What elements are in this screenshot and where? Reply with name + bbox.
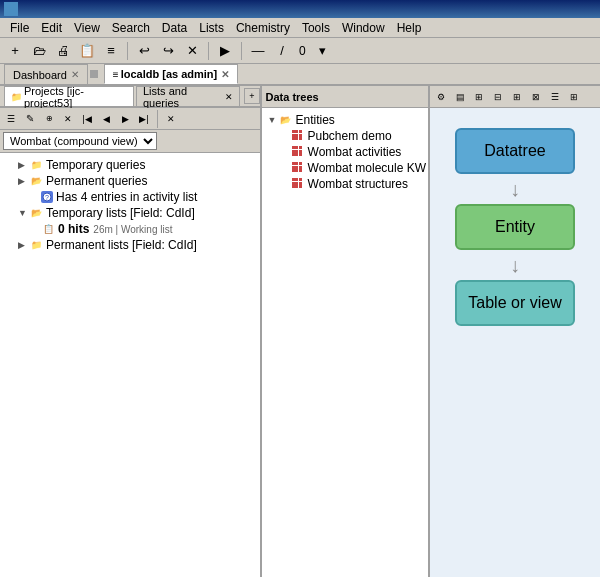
dashboard-panel: ⚙ ▤ ⊞ ⊟ ⊞ ⊠ ☰ ⊞ Datatree ↓ Entity ↓ Tabl… — [430, 86, 600, 577]
spacer-1 — [30, 192, 40, 202]
main-toolbar: + 🗁 🖨 📋 ≡ ↩ ↪ ✕ ▶ — / 0 ▾ — [0, 38, 600, 64]
copy-button[interactable]: 📋 — [76, 41, 98, 61]
main-tab-bar: Dashboard ✕ ≡ localdb [as admin] ✕ — [0, 64, 600, 86]
menu-window[interactable]: Window — [336, 20, 391, 36]
menu-file[interactable]: File — [4, 20, 35, 36]
run-button[interactable]: ▶ — [214, 41, 236, 61]
tree-entities[interactable]: ▼ 📂 Entities — [264, 112, 426, 128]
menu-lists[interactable]: Lists — [193, 20, 230, 36]
menu-view[interactable]: View — [68, 20, 106, 36]
toolbar-icon-1[interactable]: ☰ — [2, 110, 20, 128]
slash-button[interactable]: / — [271, 41, 293, 61]
undo-button[interactable]: ↩ — [133, 41, 155, 61]
menu-search[interactable]: Search — [106, 20, 156, 36]
dashboard-toolbar: ⚙ ▤ ⊞ ⊟ ⊞ ⊠ ☰ ⊞ — [430, 86, 600, 108]
new-tab-button[interactable] — [90, 70, 98, 78]
entities-label: Entities — [296, 113, 335, 127]
menu-help[interactable]: Help — [391, 20, 428, 36]
perm-queries-label: Permanent queries — [46, 174, 147, 188]
tab-localdb[interactable]: ≡ localdb [as admin] ✕ — [104, 64, 238, 84]
menu-edit[interactable]: Edit — [35, 20, 68, 36]
wombat-molecule-label: Wombat molecule KW — [308, 161, 426, 175]
dash-btn-1[interactable]: ⚙ — [432, 88, 450, 106]
entities-expand: ▼ — [268, 115, 278, 125]
toolbar-icon-7[interactable]: ▶ — [116, 110, 134, 128]
arrow-2: ↓ — [510, 250, 520, 280]
data-trees-header: Data trees — [262, 86, 428, 108]
flow-entity[interactable]: Entity — [455, 204, 575, 250]
flow-tableview[interactable]: Table or view — [455, 280, 575, 326]
tree-pubchem[interactable]: Pubchem demo — [264, 128, 426, 144]
toolbar-icon-6[interactable]: ◀ — [97, 110, 115, 128]
pubchem-label: Pubchem demo — [308, 129, 392, 143]
folder-open-icon: 📂 — [29, 174, 43, 188]
dropdown-arrow[interactable]: ▾ — [312, 41, 334, 61]
wombat-molecule-grid-icon — [291, 161, 305, 175]
folder-open-icon-2: 📂 — [29, 206, 43, 220]
dash-btn-3[interactable]: ⊞ — [470, 88, 488, 106]
minus-button[interactable]: — — [247, 41, 269, 61]
open-button[interactable]: 🗁 — [28, 41, 50, 61]
tree-wombat-activities[interactable]: Wombat activities — [264, 144, 426, 160]
panel-sep — [157, 110, 158, 128]
spacer-wm — [280, 163, 290, 173]
stop-button[interactable]: ✕ — [181, 41, 203, 61]
tab-dashboard[interactable]: Dashboard ✕ — [4, 64, 88, 84]
menu-chemistry[interactable]: Chemistry — [230, 20, 296, 36]
tab-projects[interactable]: 📁 Projects [ijc-project53] — [4, 86, 134, 106]
temp-queries-label: Temporary queries — [46, 158, 145, 172]
app-icon — [4, 2, 18, 16]
close-lists-tab[interactable]: ✕ — [225, 92, 233, 102]
menu-tools[interactable]: Tools — [296, 20, 336, 36]
four-entries-label: Has 4 entries in activity list — [56, 190, 197, 204]
dash-btn-6[interactable]: ⊠ — [527, 88, 545, 106]
tree-wombat-structures[interactable]: Wombat structures — [264, 176, 426, 192]
dash-btn-7[interactable]: ☰ — [546, 88, 564, 106]
perm-lists-label: Permanent lists [Field: CdId] — [46, 238, 197, 252]
tab-lists-queries[interactable]: Lists and queries ✕ — [136, 86, 240, 106]
left-panel-toolbar: ☰ ✎ ⊕ ✕ |◀ ◀ ▶ ▶| ✕ — [0, 108, 260, 130]
toolbar-icon-5[interactable]: |◀ — [78, 110, 96, 128]
tree-item-perm-queries[interactable]: ▶ 📂 Permanent queries — [2, 173, 258, 189]
tree-wombat-molecule[interactable]: Wombat molecule KW — [264, 160, 426, 176]
tree-item-0hits[interactable]: 📋 0 hits 26m | Working list — [2, 221, 258, 237]
folder-icon-2: 📁 — [29, 238, 43, 252]
localdb-tab-label: localdb [as admin] — [121, 68, 218, 80]
project-dropdown-container: Wombat (compound view) — [0, 130, 260, 153]
toolbar-icon-3[interactable]: ⊕ — [40, 110, 58, 128]
toolbar-icon-2[interactable]: ✎ — [21, 110, 39, 128]
close-dashboard-tab[interactable]: ✕ — [71, 69, 79, 80]
expand-icon: ▶ — [18, 160, 28, 170]
dash-btn-2[interactable]: ▤ — [451, 88, 469, 106]
project-tree: ▶ 📁 Temporary queries ▶ 📂 Permanent quer… — [0, 153, 260, 577]
count-display: 0 — [295, 44, 310, 58]
temp-lists-label: Temporary lists [Field: CdId] — [46, 206, 195, 220]
expand-icon-3: ▼ — [18, 208, 28, 218]
lists-queries-label: Lists and queries — [143, 85, 222, 109]
new-button[interactable]: + — [4, 41, 26, 61]
folder-icon: 📁 — [29, 158, 43, 172]
toolbar-icon-4[interactable]: ✕ — [59, 110, 77, 128]
toolbar-icon-9[interactable]: ✕ — [162, 110, 180, 128]
pubchem-grid-icon — [291, 129, 305, 143]
flow-datatree[interactable]: Datatree — [455, 128, 575, 174]
project-dropdown[interactable]: Wombat (compound view) — [3, 132, 157, 150]
dash-btn-5[interactable]: ⊞ — [508, 88, 526, 106]
tree-item-temp-lists[interactable]: ▼ 📂 Temporary lists [Field: CdId] — [2, 205, 258, 221]
right-area: Data trees ▼ 📂 Entities Pubchem demo — [262, 86, 600, 577]
redo-button[interactable]: ↪ — [157, 41, 179, 61]
tree-item-4entries[interactable]: ? Has 4 entries in activity list — [2, 189, 258, 205]
tree-item-perm-lists[interactable]: ▶ 📁 Permanent lists [Field: CdId] — [2, 237, 258, 253]
close-localdb-tab[interactable]: ✕ — [221, 69, 229, 80]
print-button[interactable]: 🖨 — [52, 41, 74, 61]
menu-data[interactable]: Data — [156, 20, 193, 36]
dash-btn-4[interactable]: ⊟ — [489, 88, 507, 106]
tree-item-temp-queries[interactable]: ▶ 📁 Temporary queries — [2, 157, 258, 173]
dash-btn-8[interactable]: ⊞ — [565, 88, 583, 106]
new-left-tab-button[interactable]: + — [244, 88, 259, 104]
spacer-wa — [280, 147, 290, 157]
list-button[interactable]: ≡ — [100, 41, 122, 61]
data-trees-tree: ▼ 📂 Entities Pubchem demo — [262, 108, 428, 577]
left-panel-tab-bar: 📁 Projects [ijc-project53] Lists and que… — [0, 86, 260, 108]
toolbar-icon-8[interactable]: ▶| — [135, 110, 153, 128]
